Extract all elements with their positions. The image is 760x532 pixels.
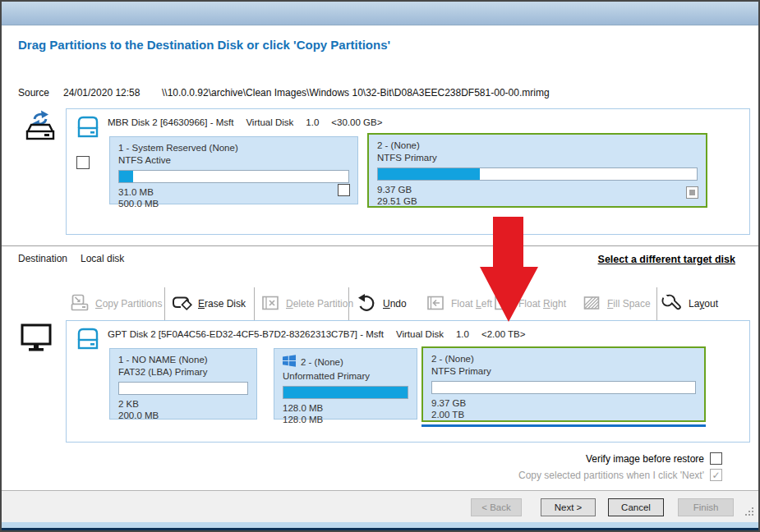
toolbar-separator — [656, 287, 657, 320]
local-computer-icon — [20, 323, 53, 357]
source-partition-1[interactable]: 1 - System Reserved (None) NTFS Active 3… — [109, 136, 358, 204]
source-info-line: Source 24/01/2020 12:58 \\10.0.0.92\arch… — [18, 87, 550, 99]
source-partition-2-checkbox[interactable] — [686, 186, 698, 199]
copy-on-next-label: Copy selected partitions when I click 'N… — [518, 470, 704, 481]
source-partition-2[interactable]: 2 - (None) NTFS Primary 9.37 GB 29.51 GB — [367, 133, 707, 208]
float-left-icon — [426, 294, 445, 314]
partition-usage-bar — [431, 381, 696, 394]
layout-button[interactable]: Layout — [661, 288, 718, 319]
toolbar-separator — [254, 287, 255, 320]
select-target-disk-link[interactable]: Select a different target disk — [598, 254, 735, 265]
partition-filesystem: Unformatted Primary — [283, 371, 408, 381]
section-divider — [2, 245, 758, 246]
partition-usage-bar — [118, 170, 349, 183]
source-disk-title: MBR Disk 2 [64630966] - Msft Virtual Dis… — [108, 117, 382, 127]
finish-button[interactable]: Finish — [678, 498, 734, 516]
verify-image-label: Verify image before restore — [586, 453, 704, 465]
destination-partition-2[interactable]: 2 - (None) Unformatted Primary 128.0 MB … — [274, 348, 417, 420]
source-disk-bus: Virtual Disk — [246, 117, 293, 127]
erase-disk-label: Erase Disk — [198, 298, 246, 310]
windows-logo-icon — [283, 355, 296, 369]
erase-disk-button[interactable]: Erase Disk — [171, 288, 246, 319]
verify-image-checkbox[interactable] — [710, 452, 722, 465]
fill-space-label: Fill Space — [607, 298, 651, 310]
restore-wizard-window: Drag Partitions to the Destination Disk … — [0, 0, 760, 532]
page-title: Drag Partitions to the Destination Disk … — [18, 38, 390, 52]
destination-disk-title: GPT Disk 2 [5F0A4C56-ED32-4CF5-B7D2-8326… — [108, 329, 525, 339]
destination-disk-capacity: <2.00 TB> — [481, 329, 526, 339]
source-label: Source — [18, 87, 63, 99]
bottom-strip-dark — [2, 528, 758, 531]
partition-usage-fill — [119, 171, 133, 182]
resize-grip-icon[interactable] — [745, 505, 754, 520]
drop-target-indicator — [421, 424, 706, 427]
red-down-arrow-annotation — [478, 213, 540, 327]
partition-size: 128.0 MB — [283, 415, 408, 426]
partition-label: 2 - (None) — [431, 354, 696, 364]
source-timestamp: 24/01/2020 12:58 — [63, 87, 162, 99]
toolbar-separator — [164, 287, 165, 320]
partition-usage-fill — [378, 168, 480, 180]
copy-partitions-label: Copy Partitions — [95, 298, 162, 310]
partition-size: 2.00 TB — [431, 410, 696, 421]
partition-size: 200.0 MB — [118, 410, 248, 422]
partition-used: 31.0 MB — [118, 187, 349, 199]
partition-filesystem: FAT32 (LBA) Primary — [118, 367, 248, 377]
next-button[interactable]: Next > — [541, 498, 596, 516]
layout-label: Layout — [689, 298, 718, 310]
delete-partition-label: Delete Partition — [286, 298, 353, 310]
fill-space-button[interactable]: Fill Space — [582, 288, 651, 319]
wizard-footer: < Back Next > Cancel Finish — [2, 490, 758, 522]
erase-disk-icon — [171, 294, 192, 314]
destination-partition-3[interactable]: 2 - (None) NTFS Primary 9.37 GB 2.00 TB — [421, 346, 706, 422]
verify-image-option: Verify image before restore — [586, 452, 722, 465]
copy-on-next-option: Copy selected partitions when I click 'N… — [518, 469, 722, 481]
destination-disk-version: 1.0 — [456, 329, 469, 339]
source-disk-version: 1.0 — [306, 117, 319, 127]
partition-label: 2 - (None) — [301, 357, 343, 367]
partition-label: 1 - NO NAME (None) — [118, 355, 248, 365]
partition-used: 2 KB — [118, 399, 248, 410]
source-disk-capacity: <30.00 GB> — [331, 117, 382, 127]
partition-size: 500.0 MB — [118, 199, 349, 210]
copy-partitions-icon — [70, 294, 90, 314]
delete-partition-icon — [260, 294, 280, 314]
back-button[interactable]: < Back — [471, 498, 522, 516]
partition-used: 9.37 GB — [377, 185, 698, 196]
source-disk-panel: MBR Disk 2 [64630966] - Msft Virtual Dis… — [66, 108, 750, 235]
partition-used: 9.37 GB — [431, 398, 696, 410]
restore-source-icon — [23, 108, 58, 148]
partition-filesystem: NTFS Primary — [377, 153, 698, 163]
undo-button[interactable]: Undo — [356, 288, 407, 319]
partition-usage-bar — [283, 386, 408, 399]
cancel-button[interactable]: Cancel — [608, 498, 664, 516]
title-bar — [2, 2, 758, 25]
wrench-icon — [661, 293, 683, 315]
partition-used: 128.0 MB — [283, 403, 408, 415]
copy-on-next-checkbox[interactable] — [710, 469, 722, 481]
undo-icon — [356, 293, 377, 315]
delete-partition-button[interactable]: Delete Partition — [260, 288, 353, 319]
source-partition-1-checkbox[interactable] — [338, 184, 350, 196]
destination-disk-icon — [76, 326, 100, 355]
destination-disk-panel: GPT Disk 2 [5F0A4C56-ED32-4CF5-B7D2-8326… — [66, 320, 750, 443]
bottom-strip-light — [2, 522, 758, 528]
partition-usage-bar — [377, 167, 698, 181]
source-image-path: \\10.0.0.92\archive\Clean Images\Windows… — [162, 87, 550, 99]
toolbar-separator — [348, 287, 349, 320]
destination-partition-1[interactable]: 1 - NO NAME (None) FAT32 (LBA) Primary 2… — [109, 348, 257, 420]
destination-disk-name: GPT Disk 2 [5F0A4C56-ED32-4CF5-B7D2-8326… — [108, 329, 384, 339]
destination-disk-bus: Virtual Disk — [396, 329, 444, 339]
partition-filesystem: NTFS Primary — [431, 366, 696, 376]
destination-info-line: Destination Local disk — [18, 253, 124, 264]
copy-partitions-button[interactable]: Copy Partitions — [70, 288, 162, 319]
source-disk-icon — [76, 114, 100, 144]
partition-label: 2 - (None) — [377, 140, 698, 150]
undo-label: Undo — [383, 298, 407, 310]
partition-size: 29.51 GB — [377, 196, 698, 208]
source-disk-checkbox[interactable] — [76, 156, 90, 169]
source-disk-name: MBR Disk 2 [64630966] - Msft — [108, 117, 233, 127]
partition-label: 1 - System Reserved (None) — [118, 143, 349, 153]
partition-filesystem: NTFS Active — [118, 155, 349, 165]
destination-type: Local disk — [81, 253, 124, 264]
